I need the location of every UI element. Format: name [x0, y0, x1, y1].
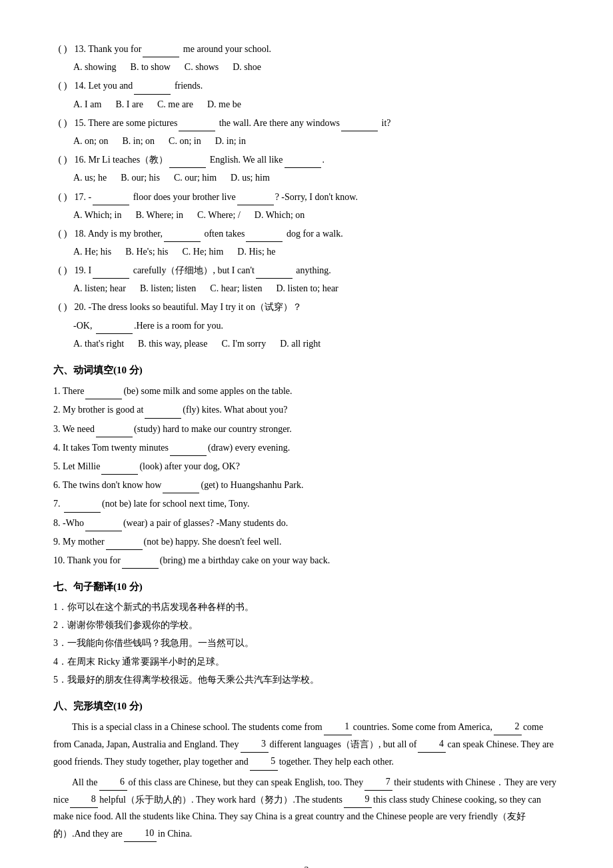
- s7-item1: 1．你可以在这个新式的书店发现各种各样的书。: [53, 599, 560, 615]
- q16-blank2: [285, 151, 321, 168]
- q17-blank2: [237, 188, 274, 205]
- s8-para2: All the 6 of this class are Chinese, but…: [53, 773, 560, 843]
- question-20: ( ) 20. -The dress looks so beautiful. M…: [53, 299, 560, 353]
- s6-item10: 10. Thank you for (bring) me a birthday …: [53, 551, 560, 569]
- q15-text: ( ) 15. There are some pictures the wall…: [53, 114, 560, 131]
- question-16: ( ) 16. Mr Li teaches（教） English. We all…: [53, 151, 560, 186]
- s6-blank8: [85, 514, 122, 531]
- s8-blank5: 5: [250, 753, 278, 770]
- s8-blank9: 9: [344, 791, 372, 808]
- q13-choices: A. showing B. to show C. shows D. shoe: [73, 59, 560, 75]
- s6-item6: 6. The twins don't know how (get) to Hua…: [53, 476, 560, 493]
- q14-blank1: [134, 77, 171, 94]
- q18-choices: A. He; his B. He's; his C. He; him D. Hi…: [73, 243, 560, 260]
- s6-item7: 7. (not be) late for school next time, T…: [53, 495, 560, 512]
- s6-blank4: [170, 439, 207, 456]
- question-13: ( ) 13. Thank you for me around your sch…: [53, 40, 560, 75]
- q15-blank1: [179, 114, 215, 131]
- s6-blank6: [163, 476, 199, 493]
- s6-blank3: [96, 420, 133, 437]
- q19-text: ( ) 19. I carefully（仔细地）, but I can't an…: [53, 261, 560, 279]
- q15-blank2: [341, 114, 378, 131]
- s6-blank1: [85, 382, 122, 399]
- s8-blank3: 3: [241, 735, 269, 753]
- q17-choices: A. Which; in B. Where; in C. Where; / D.…: [73, 207, 560, 223]
- s6-blank7: [64, 495, 101, 512]
- q18-blank1: [164, 225, 201, 242]
- section-8: 八、完形填空(10 分) This is a special class in …: [53, 697, 560, 842]
- q19-blank1: [93, 261, 129, 279]
- s7-item4: 4．在周末 Ricky 通常要踢半小时的足球。: [53, 653, 560, 670]
- q17-blank1: [93, 188, 129, 205]
- s6-item5: 5. Let Millie (look) after your dog, OK?: [53, 457, 560, 475]
- q20-blank1: [96, 317, 133, 334]
- s6-item3: 3. We need (study) hard to make our coun…: [53, 420, 560, 437]
- s7-item3: 3．一我能向你借些钱吗？我急用。一当然可以。: [53, 635, 560, 651]
- q16-blank1: [169, 151, 206, 168]
- section6-title: 六、动词填空(10 分): [53, 361, 560, 379]
- s6-item1: 1. There (be) some milk and some apples …: [53, 382, 560, 399]
- q18-blank2: [246, 225, 283, 242]
- q18-paren: ( ): [53, 225, 72, 242]
- s7-item2: 2．谢谢你带领我们参观你的学校。: [53, 617, 560, 633]
- q16-choices: A. us; he B. our; his C. our; him D. us;…: [73, 169, 560, 186]
- s8-blank7: 7: [364, 773, 392, 791]
- question-17: ( ) 17. - floor does your brother live ?…: [53, 188, 560, 223]
- section-7: 七、句子翻译(10 分) 1．你可以在这个新式的书店发现各种各样的书。 2．谢谢…: [53, 578, 560, 688]
- s6-blank9: [106, 533, 143, 550]
- section-6: 六、动词填空(10 分) 1. There (be) some milk and…: [53, 361, 560, 569]
- q19-paren: ( ): [53, 262, 72, 279]
- q13-blank1: [143, 40, 179, 57]
- q19-choices: A. listen; hear B. listen; listen C. hea…: [73, 280, 560, 297]
- s8-blank4: 4: [418, 735, 446, 753]
- q14-paren: ( ): [53, 77, 72, 94]
- q16-text: ( ) 16. Mr Li teaches（教） English. We all…: [53, 151, 560, 168]
- s8-blank1: 1: [324, 718, 352, 735]
- s8-blank6: 6: [99, 773, 127, 791]
- q20-paren: ( ): [53, 299, 72, 315]
- s6-blank10: [122, 551, 159, 569]
- s8-blank8: 8: [70, 791, 98, 808]
- q17-text: ( ) 17. - floor does your brother live ?…: [53, 188, 560, 205]
- q13-text: ( ) 13. Thank you for me around your sch…: [53, 40, 560, 57]
- question-14: ( ) 14. Let you and friends. A. I am B. …: [53, 77, 560, 112]
- q14-choices: A. I am B. I are C. me are D. me be: [73, 96, 560, 113]
- s6-item2: 2. My brother is good at (fly) kites. Wh…: [53, 401, 560, 418]
- q16-paren: ( ): [53, 151, 72, 168]
- question-18: ( ) 18. Andy is my brother, often takes …: [53, 225, 560, 260]
- s6-item8: 8. -Who (wear) a pair of glasses? -Many …: [53, 514, 560, 531]
- s8-blank10: 10: [124, 825, 157, 842]
- s8-para1: This is a special class in a Chinese sch…: [53, 718, 560, 771]
- q18-text: ( ) 18. Andy is my brother, often takes …: [53, 225, 560, 242]
- q15-choices: A. on; on B. in; on C. on; in D. in; in: [73, 133, 560, 149]
- q13-paren: ( ): [53, 41, 72, 57]
- question-19: ( ) 19. I carefully（仔细地）, but I can't an…: [53, 261, 560, 297]
- s8-blank2: 2: [494, 718, 522, 735]
- s6-item9: 9. My mother (not be) happy. She doesn't…: [53, 533, 560, 550]
- question-15: ( ) 15. There are some pictures the wall…: [53, 114, 560, 149]
- q15-paren: ( ): [53, 115, 72, 131]
- q14-text: ( ) 14. Let you and friends.: [53, 77, 560, 94]
- q20-choices: A. that's right B. this way, please C. I…: [73, 335, 560, 352]
- section7-title: 七、句子翻译(10 分): [53, 578, 560, 596]
- s7-item5: 5．我最好的朋友住得离学校很远。他每天乘公共汽车到达学校。: [53, 671, 560, 688]
- q20-sub: -OK, .Here is a room for you.: [73, 317, 560, 334]
- s6-item4: 4. It takes Tom twenty minutes (draw) ev…: [53, 439, 560, 456]
- q19-blank2: [256, 261, 293, 279]
- section8-title: 八、完形填空(10 分): [53, 697, 560, 715]
- q20-text: ( ) 20. -The dress looks so beautiful. M…: [53, 299, 560, 315]
- s6-blank2: [145, 401, 181, 418]
- q17-paren: ( ): [53, 189, 72, 205]
- s6-blank5: [101, 457, 138, 475]
- page-number: 3: [53, 862, 560, 868]
